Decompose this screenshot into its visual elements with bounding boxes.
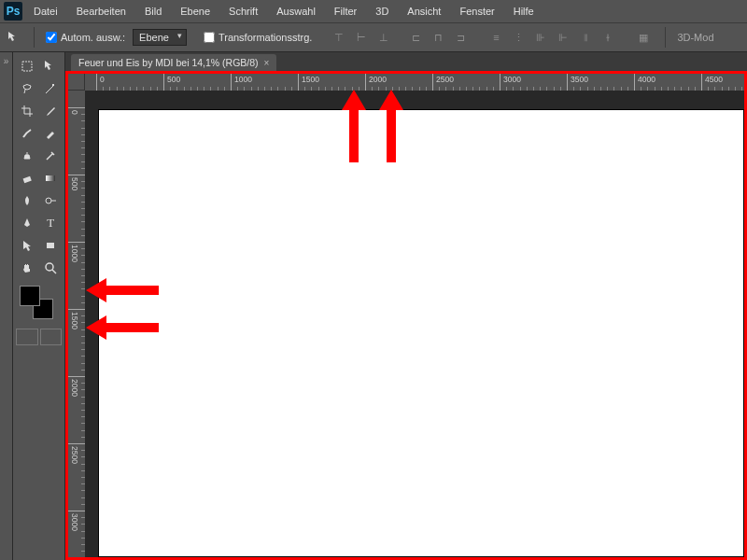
rectangle-tool[interactable] — [40, 235, 63, 256]
panel-grip-left[interactable]: » — [0, 52, 13, 560]
svg-rect-2 — [46, 175, 55, 181]
ruler-origin[interactable] — [68, 74, 85, 91]
marquee-tool[interactable] — [16, 56, 38, 77]
menu-schrift[interactable]: Schrift — [221, 4, 265, 19]
document-tab-title: Feuer und Eis by MDI bei 14,1% (RGB/8) — [78, 57, 259, 68]
standard-mode-button[interactable] — [16, 329, 38, 345]
svg-point-3 — [46, 198, 51, 203]
menu-bearbeiten[interactable]: Bearbeiten — [69, 4, 134, 19]
work-area: » — [0, 52, 747, 560]
canvas-background — [85, 91, 744, 557]
divider — [665, 27, 666, 48]
auto-align-icon[interactable]: ▦ — [633, 27, 654, 48]
align-buttons: ⊤ ⊢ ⊥ — [329, 27, 394, 48]
crop-tool[interactable] — [16, 101, 38, 121]
eraser-tool[interactable] — [16, 168, 38, 189]
magic-wand-tool[interactable] — [40, 78, 63, 99]
zoom-tool[interactable] — [40, 258, 63, 278]
menu-3d[interactable]: 3D — [368, 4, 396, 19]
options-bar: Autom. ausw.: Ebene Transformationsstrg.… — [0, 22, 747, 52]
path-selection-tool[interactable] — [16, 235, 38, 256]
document-tabstrip: Feuer und Eis by MDI bei 14,1% (RGB/8) × — [65, 52, 747, 71]
foreground-color[interactable] — [20, 286, 40, 306]
canvas[interactable] — [98, 109, 744, 557]
transform-label: Transformationsstrg. — [218, 32, 312, 43]
move-tool[interactable] — [40, 56, 63, 77]
hand-tool[interactable] — [16, 258, 38, 278]
brush-tool[interactable] — [40, 123, 63, 144]
menu-bild[interactable]: Bild — [137, 4, 169, 19]
dist-3-icon[interactable]: ⊪ — [530, 27, 551, 48]
dist-2-icon[interactable]: ⋮ — [508, 27, 529, 48]
extra-buttons: ▦ — [633, 27, 654, 48]
pen-tool[interactable] — [16, 213, 38, 233]
toolbox: T — [13, 52, 65, 560]
align-right-icon[interactable]: ⊐ — [450, 27, 471, 48]
type-tool[interactable]: T — [40, 213, 63, 233]
photoshop-window: Ps Datei Bearbeiten Bild Ebene Schrift A… — [0, 0, 747, 560]
menubar: Ps Datei Bearbeiten Bild Ebene Schrift A… — [0, 0, 747, 22]
annotation-arrow-up-1 — [342, 90, 366, 162]
mode-3d-label: 3D-Mod — [677, 32, 713, 43]
align-top-icon[interactable]: ⊤ — [329, 27, 349, 48]
move-tool-icon — [6, 29, 22, 46]
svg-rect-1 — [22, 176, 31, 183]
gradient-tool[interactable] — [40, 168, 63, 189]
color-swatches[interactable] — [20, 286, 53, 319]
align-bottom-icon[interactable]: ⊥ — [374, 27, 394, 48]
auto-select-input[interactable] — [46, 32, 57, 43]
layer-dropdown[interactable]: Ebene — [133, 29, 187, 46]
distribute-buttons: ≡ ⋮ ⊪ ⊩ ⫴ ⫳ — [486, 27, 618, 48]
auto-select-label: Autom. ausw.: — [61, 32, 125, 43]
dist-4-icon[interactable]: ⊩ — [553, 27, 573, 48]
menu-filter[interactable]: Filter — [327, 4, 364, 19]
document-tab[interactable]: Feuer und Eis by MDI bei 14,1% (RGB/8) × — [71, 54, 276, 71]
align-left-icon[interactable]: ⊏ — [405, 27, 426, 48]
svg-rect-0 — [22, 62, 32, 71]
annotation-arrow-left-2 — [86, 315, 159, 340]
menu-hilfe[interactable]: Hilfe — [506, 4, 542, 19]
close-tab-icon[interactable]: × — [264, 58, 270, 68]
eyedropper-tool[interactable] — [40, 101, 63, 121]
history-brush-tool[interactable] — [40, 146, 63, 166]
svg-point-5 — [46, 263, 53, 271]
transform-input[interactable] — [204, 32, 215, 43]
annotation-red-box: 050010001500200025003000350040004500 050… — [65, 71, 747, 560]
menu-ebene[interactable]: Ebene — [173, 4, 218, 19]
menu-fenster[interactable]: Fenster — [452, 4, 501, 19]
blur-tool[interactable] — [16, 190, 38, 211]
healing-brush-tool[interactable] — [16, 123, 38, 144]
dist-1-icon[interactable]: ≡ — [486, 27, 506, 48]
dodge-tool[interactable] — [40, 190, 63, 211]
ruler-vertical[interactable]: 050010001500200025003000 — [68, 91, 85, 557]
annotation-arrow-up-2 — [379, 90, 403, 162]
app-logo: Ps — [4, 2, 22, 21]
align-buttons-2: ⊏ ⊓ ⊐ — [405, 27, 471, 48]
clone-stamp-tool[interactable] — [16, 146, 38, 166]
menu-datei[interactable]: Datei — [26, 4, 65, 19]
menu-ansicht[interactable]: Ansicht — [400, 4, 448, 19]
dist-6-icon[interactable]: ⫳ — [598, 27, 618, 48]
auto-select-checkbox[interactable]: Autom. ausw.: — [46, 32, 125, 43]
transform-controls-checkbox[interactable]: Transformationsstrg. — [204, 32, 312, 43]
menu-auswahl[interactable]: Auswahl — [269, 4, 323, 19]
svg-rect-4 — [47, 243, 54, 248]
lasso-tool[interactable] — [16, 78, 38, 99]
divider — [34, 27, 35, 48]
align-hcenter-icon[interactable]: ⊓ — [428, 27, 448, 48]
ruler-horizontal[interactable]: 050010001500200025003000350040004500 — [85, 74, 744, 91]
quickmask-mode-button[interactable] — [40, 329, 63, 345]
dist-5-icon[interactable]: ⫴ — [575, 27, 596, 48]
document-area: Feuer und Eis by MDI bei 14,1% (RGB/8) ×… — [65, 52, 747, 560]
align-vcenter-icon[interactable]: ⊢ — [351, 27, 372, 48]
annotation-arrow-left-1 — [86, 278, 159, 302]
